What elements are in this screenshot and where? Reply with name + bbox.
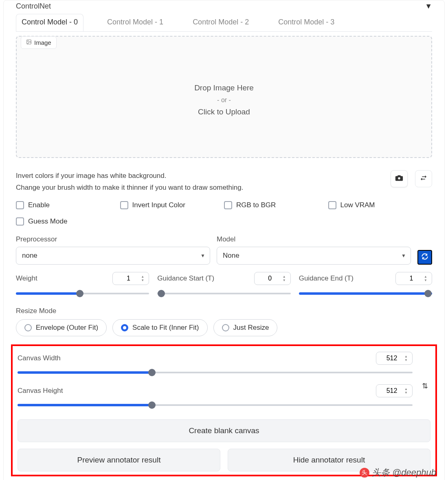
tab-control-model-2[interactable]: Control Model - 2	[187, 14, 255, 31]
watermark-icon: 头	[360, 468, 369, 478]
tab-control-model-3[interactable]: Control Model - 3	[272, 14, 340, 31]
model-select[interactable]: None	[217, 247, 411, 265]
swap-vertical-icon: ⇅	[422, 381, 428, 390]
image-icon	[26, 39, 32, 46]
checkbox-guess-mode[interactable]: Guess Mode	[16, 217, 120, 226]
drop-or: - or -	[17, 94, 431, 105]
checkbox-row: Enable Invert Input Color RGB to BGR Low…	[16, 201, 432, 226]
canvas-highlight-box: Canvas Width ▲▼ Canvas Height ▲▼	[11, 344, 437, 476]
preprocessor-select[interactable]: none	[16, 247, 210, 265]
collapse-toggle-icon[interactable]: ▼	[425, 2, 432, 11]
weight-label: Weight	[16, 274, 37, 283]
hint-text: Invert colors if your image has white ba…	[16, 170, 243, 194]
create-blank-canvas-button[interactable]: Create blank canvas	[18, 419, 430, 442]
swap-horizontal-button[interactable]	[415, 170, 432, 187]
gend-slider[interactable]	[299, 289, 432, 298]
swap-dimensions-button[interactable]: ⇅	[419, 380, 430, 392]
controlnet-panel: ControlNet ▼ Control Model - 0 Control M…	[3, 0, 445, 480]
image-subtab-label: Image	[34, 39, 51, 46]
tab-control-model-0[interactable]: Control Model - 0	[16, 14, 83, 31]
spinner-icon[interactable]: ▲▼	[283, 273, 289, 284]
canvas-width-slider[interactable]	[18, 368, 413, 377]
watermark: 头 头条 @deephub	[360, 467, 436, 479]
model-tabs: Control Model - 0 Control Model - 1 Cont…	[16, 14, 432, 32]
spinner-icon[interactable]: ▲▼	[404, 386, 411, 396]
refresh-model-button[interactable]	[417, 250, 432, 265]
tab-control-model-1[interactable]: Control Model - 1	[101, 14, 169, 31]
refresh-icon	[421, 253, 428, 262]
checkbox-invert-input[interactable]: Invert Input Color	[120, 201, 224, 209]
checkbox-rgb-bgr[interactable]: RGB to BGR	[224, 201, 328, 209]
drop-line1: Drop Image Here	[17, 81, 431, 94]
model-label: Model	[217, 235, 411, 243]
weight-slider[interactable]	[16, 289, 149, 298]
panel-title: ControlNet	[16, 2, 51, 11]
preview-annotator-button[interactable]: Preview annotator result	[18, 449, 220, 471]
preprocessor-label: Preprocessor	[16, 235, 210, 243]
checkbox-low-vram[interactable]: Low VRAM	[328, 201, 433, 209]
image-subtab[interactable]: Image	[21, 36, 57, 49]
gstart-slider[interactable]	[157, 289, 290, 298]
resize-mode-label: Resize Mode	[16, 307, 432, 315]
spinner-icon[interactable]: ▲▼	[141, 273, 147, 284]
svg-point-2	[398, 177, 400, 180]
spinner-icon[interactable]: ▲▼	[424, 273, 430, 284]
canvas-height-slider[interactable]	[18, 401, 413, 410]
image-drop-zone[interactable]: Image Drop Image Here - or - Click to Up…	[16, 36, 432, 158]
drop-line2: Click to Upload	[17, 105, 431, 118]
canvas-height-label: Canvas Height	[18, 387, 63, 395]
spinner-icon[interactable]: ▲▼	[404, 353, 411, 364]
svg-point-1	[28, 41, 29, 42]
swap-horizontal-icon	[420, 174, 427, 183]
checkbox-enable[interactable]: Enable	[16, 201, 120, 209]
camera-icon	[395, 173, 404, 184]
radio-scale-fit[interactable]: Scale to Fit (Inner Fit)	[112, 319, 207, 336]
canvas-width-label: Canvas Width	[18, 354, 61, 362]
radio-just-resize[interactable]: Just Resize	[213, 319, 278, 336]
gend-label: Guidance End (T)	[299, 274, 354, 283]
drop-text: Drop Image Here - or - Click to Upload	[17, 37, 431, 119]
gstart-label: Guidance Start (T)	[157, 274, 214, 283]
radio-envelope[interactable]: Envelope (Outer Fit)	[16, 319, 107, 336]
camera-button[interactable]	[391, 170, 408, 187]
